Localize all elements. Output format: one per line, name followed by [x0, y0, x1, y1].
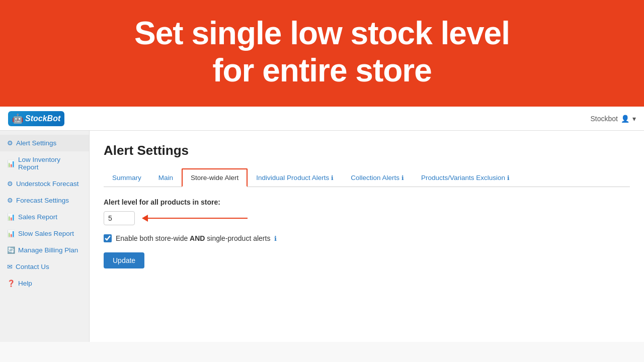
dropdown-chevron[interactable]: ▾: [632, 115, 636, 123]
hero-banner: Set single low stock level for entire st…: [0, 0, 644, 107]
sidebar-item-sales-report[interactable]: 📊 Sales Report: [0, 209, 89, 225]
sidebar-label-understock: Understock Forecast: [16, 180, 79, 188]
chart-icon-3: 📊: [7, 230, 15, 237]
tab-summary[interactable]: Summary: [104, 168, 150, 187]
enable-both-alerts-checkbox[interactable]: [104, 234, 112, 242]
sidebar-label-billing: Manage Billing Plan: [18, 246, 78, 254]
tabs-container: Summary Main Store-wide Alert Individual…: [104, 168, 630, 187]
content-area: Alert Settings Summary Main Store-wide A…: [90, 131, 644, 342]
sidebar-item-manage-billing[interactable]: 🔄 Manage Billing Plan: [0, 242, 89, 258]
sidebar-label-low-inventory: Low Inventory Report: [18, 156, 82, 171]
update-button[interactable]: Update: [104, 252, 144, 268]
gear-icon-3: ⚙: [7, 197, 13, 204]
page-title: Alert Settings: [104, 143, 630, 158]
form-section: Alert level for all products in store: E…: [104, 198, 630, 268]
arrow-indicator: [142, 215, 248, 222]
sidebar-item-alert-settings[interactable]: ⚙ Alert Settings: [0, 135, 89, 151]
sidebar-item-understock-forecast[interactable]: ⚙ Understock Forecast: [0, 175, 89, 192]
sidebar-item-slow-sales-report[interactable]: 📊 Slow Sales Report: [0, 225, 89, 242]
gear-icon: ⚙: [7, 139, 13, 147]
logo-box[interactable]: 🤖 StockBot: [8, 111, 64, 126]
sidebar-label-help: Help: [18, 280, 32, 287]
logo-area: 🤖 StockBot: [8, 111, 64, 126]
sidebar-item-contact-us[interactable]: ✉ Contact Us: [0, 258, 89, 275]
user-icon: 👤: [621, 115, 629, 123]
gear-icon-2: ⚙: [7, 180, 13, 188]
main-layout: ⚙ Alert Settings 📊 Low Inventory Report …: [0, 131, 644, 342]
checkbox-info-icon[interactable]: ℹ: [274, 235, 277, 242]
logo-text: StockBot: [25, 114, 60, 123]
tab-store-wide-alert[interactable]: Store-wide Alert: [182, 168, 248, 187]
info-icon-variants: ℹ: [507, 174, 510, 182]
alert-level-label: Alert level for all products in store:: [104, 198, 630, 206]
user-area[interactable]: Stockbot 👤 ▾: [591, 115, 636, 123]
input-row: [104, 211, 630, 225]
tab-individual-product-alerts[interactable]: Individual Product Alerts ℹ: [248, 168, 342, 187]
sidebar-item-help[interactable]: ❓ Help: [0, 275, 89, 292]
hero-title: Set single low stock level for entire st…: [10, 15, 634, 89]
sidebar-item-low-inventory-report[interactable]: 📊 Low Inventory Report: [0, 151, 89, 175]
sidebar-item-forecast-settings[interactable]: ⚙ Forecast Settings: [0, 192, 89, 209]
alert-level-input[interactable]: [104, 211, 135, 225]
tab-products-variants-exclusion[interactable]: Products/Variants Exclusion ℹ: [413, 168, 518, 187]
help-icon: ❓: [7, 280, 15, 287]
top-nav: 🤖 StockBot Stockbot 👤 ▾: [0, 107, 644, 131]
tab-main[interactable]: Main: [150, 168, 182, 187]
info-icon-collection: ℹ: [401, 174, 404, 182]
chart-icon-2: 📊: [7, 213, 15, 221]
mail-icon: ✉: [7, 263, 13, 270]
sidebar-label-contact: Contact Us: [16, 263, 49, 270]
info-icon-individual: ℹ: [331, 174, 334, 182]
arrow-line: [147, 218, 248, 219]
checkbox-label: Enable both store-wide AND single-produc…: [116, 234, 270, 242]
sidebar: ⚙ Alert Settings 📊 Low Inventory Report …: [0, 131, 90, 342]
tab-collection-alerts[interactable]: Collection Alerts ℹ: [342, 168, 413, 187]
billing-icon: 🔄: [7, 246, 15, 254]
sidebar-label-alert-settings: Alert Settings: [16, 139, 56, 147]
logo-icon: 🤖: [12, 113, 23, 124]
sidebar-label-slow-sales: Slow Sales Report: [18, 230, 74, 237]
chart-icon-1: 📊: [7, 160, 15, 167]
user-label: Stockbot: [591, 115, 618, 123]
sidebar-label-forecast: Forecast Settings: [16, 197, 69, 204]
sidebar-label-sales: Sales Report: [18, 213, 57, 221]
checkbox-row: Enable both store-wide AND single-produc…: [104, 234, 630, 242]
